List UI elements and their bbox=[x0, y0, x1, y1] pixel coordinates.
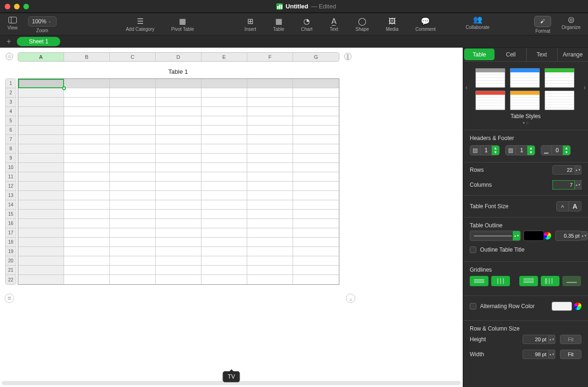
comment-button[interactable]: 💬Comment bbox=[414, 18, 437, 32]
cell[interactable] bbox=[110, 135, 156, 144]
cell[interactable] bbox=[110, 79, 156, 88]
cell[interactable] bbox=[64, 107, 110, 116]
cell-grid[interactable] bbox=[18, 78, 339, 285]
outline-title-checkbox[interactable] bbox=[470, 246, 476, 253]
cell[interactable] bbox=[64, 247, 110, 256]
cell[interactable] bbox=[293, 266, 339, 275]
cell[interactable] bbox=[64, 116, 110, 126]
cell[interactable] bbox=[201, 116, 247, 126]
cell[interactable] bbox=[64, 275, 110, 284]
cell[interactable] bbox=[156, 98, 201, 107]
cell[interactable] bbox=[18, 200, 64, 210]
height-input[interactable]: ▲▼ bbox=[523, 335, 555, 344]
close-window-button[interactable] bbox=[5, 4, 10, 9]
width-fit-button[interactable]: Fit bbox=[560, 350, 581, 359]
cell[interactable] bbox=[293, 182, 339, 191]
cell[interactable] bbox=[247, 154, 293, 163]
table-title[interactable]: Table 1 bbox=[18, 68, 338, 75]
row-header-2[interactable]: 2 bbox=[6, 88, 16, 98]
cell[interactable] bbox=[247, 191, 293, 200]
cell[interactable] bbox=[18, 275, 64, 284]
row-header-19[interactable]: 19 bbox=[6, 247, 16, 256]
add-sheet-button[interactable]: + bbox=[5, 37, 13, 46]
cell[interactable] bbox=[156, 126, 201, 135]
footer-rows-stepper[interactable]: ▁0▲▼ bbox=[541, 145, 571, 155]
cell[interactable] bbox=[156, 210, 201, 219]
cell[interactable] bbox=[64, 126, 110, 135]
column-header-B[interactable]: B bbox=[64, 53, 110, 61]
cell[interactable] bbox=[110, 219, 156, 228]
row-header-12[interactable]: 12 bbox=[6, 182, 16, 191]
cell[interactable] bbox=[64, 228, 110, 238]
row-header-20[interactable]: 20 bbox=[6, 256, 16, 266]
cell[interactable] bbox=[156, 163, 201, 172]
resize-table-handle[interactable]: ⌟ bbox=[346, 294, 355, 303]
cell[interactable] bbox=[110, 182, 156, 191]
cell[interactable] bbox=[156, 135, 201, 144]
cell[interactable] bbox=[156, 107, 201, 116]
cell[interactable] bbox=[201, 210, 247, 219]
gridlines-vertical-header-button[interactable] bbox=[541, 276, 559, 286]
cell[interactable] bbox=[64, 154, 110, 163]
cell[interactable] bbox=[156, 172, 201, 182]
cell[interactable] bbox=[247, 219, 293, 228]
cell[interactable] bbox=[18, 219, 64, 228]
cell[interactable] bbox=[293, 135, 339, 144]
row-header-6[interactable]: 6 bbox=[6, 126, 16, 135]
media-button[interactable]: 🖼Media bbox=[384, 18, 400, 32]
inspector-tab-text[interactable]: Text bbox=[526, 48, 557, 61]
cell[interactable] bbox=[18, 144, 64, 154]
selection-handle[interactable] bbox=[62, 86, 66, 90]
cell[interactable] bbox=[247, 79, 293, 88]
cell[interactable] bbox=[110, 98, 156, 107]
cell[interactable] bbox=[64, 98, 110, 107]
cell[interactable] bbox=[110, 126, 156, 135]
row-header-22[interactable]: 22 bbox=[6, 275, 16, 284]
view-button[interactable]: View bbox=[6, 16, 20, 30]
add-column-handle[interactable]: ‖ bbox=[344, 53, 351, 60]
color-wheel-icon[interactable] bbox=[544, 232, 551, 239]
cols-input[interactable]: ▲▼ bbox=[552, 180, 581, 190]
cell[interactable] bbox=[201, 98, 247, 107]
cell[interactable] bbox=[156, 182, 201, 191]
cell[interactable] bbox=[201, 182, 247, 191]
gridlines-horizontal-body-button[interactable] bbox=[470, 276, 488, 286]
cell[interactable] bbox=[18, 182, 64, 191]
cell[interactable] bbox=[156, 266, 201, 275]
row-header-13[interactable]: 13 bbox=[6, 191, 16, 200]
cell[interactable] bbox=[247, 182, 293, 191]
cell[interactable] bbox=[201, 135, 247, 144]
cell[interactable] bbox=[293, 200, 339, 210]
cell[interactable] bbox=[293, 228, 339, 238]
style-grey[interactable] bbox=[475, 68, 505, 88]
width-input[interactable]: ▲▼ bbox=[523, 350, 555, 359]
cell[interactable] bbox=[201, 126, 247, 135]
row-header-1[interactable]: 1 bbox=[6, 79, 16, 88]
rows-input[interactable]: ▲▼ bbox=[552, 165, 581, 175]
column-header-G[interactable]: G bbox=[293, 53, 339, 61]
cell[interactable] bbox=[18, 116, 64, 126]
add-row-handle[interactable]: = bbox=[5, 294, 14, 303]
row-header-8[interactable]: 8 bbox=[6, 144, 16, 154]
shape-button[interactable]: ◯Shape bbox=[353, 18, 371, 32]
cell[interactable] bbox=[64, 238, 110, 247]
column-header-A[interactable]: A bbox=[18, 53, 64, 61]
cell[interactable] bbox=[247, 210, 293, 219]
cell[interactable] bbox=[110, 144, 156, 154]
fullscreen-window-button[interactable] bbox=[23, 4, 29, 9]
cell[interactable] bbox=[156, 238, 201, 247]
cell[interactable] bbox=[247, 266, 293, 275]
row-header-14[interactable]: 14 bbox=[6, 200, 16, 210]
cell[interactable] bbox=[64, 88, 110, 98]
cell[interactable] bbox=[293, 238, 339, 247]
cell[interactable] bbox=[293, 163, 339, 172]
header-rows-stepper[interactable]: ▤1▲▼ bbox=[470, 145, 500, 155]
organize-button[interactable]: ◎Organize bbox=[559, 16, 582, 30]
cell[interactable] bbox=[64, 144, 110, 154]
font-size-toggle[interactable]: AA bbox=[556, 201, 581, 211]
styles-next[interactable]: › bbox=[581, 84, 588, 91]
cell[interactable] bbox=[110, 247, 156, 256]
cell[interactable] bbox=[156, 228, 201, 238]
cell[interactable] bbox=[156, 144, 201, 154]
cell[interactable] bbox=[110, 191, 156, 200]
